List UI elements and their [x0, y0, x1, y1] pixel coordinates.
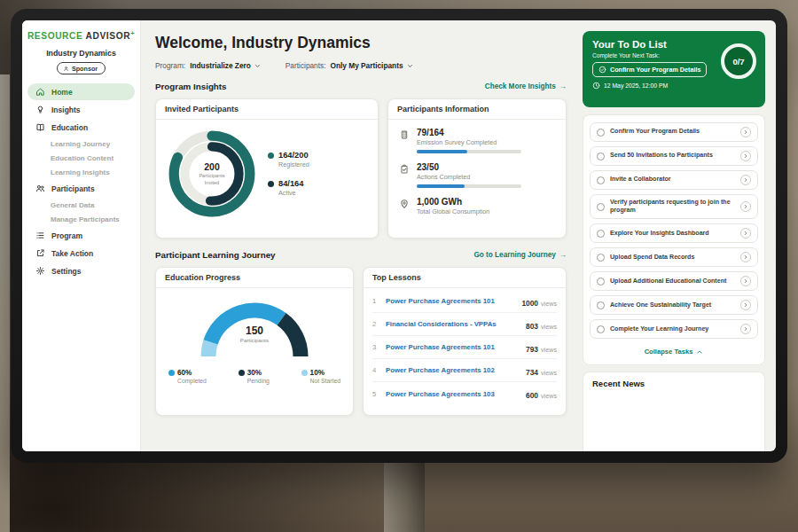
lesson-views: 1000 — [521, 299, 538, 308]
insights-cards-row: Invited Participants 200 — [155, 98, 567, 239]
task-label: Achieve One Sustainability Target — [610, 301, 735, 309]
todo-due-label: 12 May 2025, 12:00 PM — [604, 82, 668, 89]
lesson-views-label: views — [541, 323, 557, 331]
legend-dot — [268, 153, 274, 159]
task-row[interactable]: Invite a Collaborator — [590, 170, 758, 190]
participants-dropdown[interactable]: Only My Participants — [330, 61, 412, 70]
section-title: Participant Learning Journey — [155, 250, 276, 260]
task-row[interactable]: Send 50 Invitations to Participants — [590, 146, 758, 166]
lesson-views: 803 — [526, 322, 538, 331]
sidebar-item-settings[interactable]: Settings — [27, 262, 135, 279]
go-to-learning-journey-link[interactable]: Go to Learning Journey → — [473, 251, 567, 259]
chevron-right-icon[interactable] — [740, 276, 751, 286]
sidebar-nav: Home Insights Education Learning Journey… — [22, 82, 140, 280]
chevron-right-icon[interactable] — [740, 151, 751, 161]
home-icon — [35, 87, 45, 97]
program-filter-label: Program: — [155, 61, 185, 70]
legend-item-pending: 30% Pending — [239, 369, 270, 384]
lesson-link[interactable]: Financial Considerations - VPPAs — [386, 320, 520, 328]
chevron-right-icon[interactable] — [740, 175, 751, 185]
sidebar-item-education-content[interactable]: Education Content — [22, 151, 140, 165]
task-row[interactable]: Verify participants requesting to join t… — [590, 194, 758, 219]
todo-tasks-card: Confirm Your Program Details Send 50 Inv… — [583, 114, 765, 365]
link-label: Go to Learning Journey — [473, 251, 555, 259]
sidebar-item-label: Program — [51, 231, 82, 240]
clock-icon — [592, 82, 600, 90]
learning-journey-header: Participant Learning Journey Go to Learn… — [155, 250, 567, 260]
task-checkbox[interactable] — [597, 129, 605, 137]
stat-emission-survey: 79/164 Emission Survey Completed — [399, 128, 555, 153]
task-checkbox[interactable] — [597, 301, 605, 309]
todo-next-task-label: Confirm Your Program Details — [610, 66, 700, 74]
sidebar-item-home[interactable]: Home — [27, 83, 135, 100]
lesson-rank: 3 — [372, 343, 379, 351]
sponsor-badge[interactable]: Sponsor — [57, 62, 106, 74]
check-more-insights-link[interactable]: Check More Insights → — [485, 82, 567, 90]
participants-information-card: Participants Information 79/164 Emission… — [387, 98, 567, 239]
sidebar-item-take-action[interactable]: Take Action — [27, 245, 135, 262]
lesson-link[interactable]: Power Purchase Agreements 101 — [386, 343, 520, 351]
task-checkbox[interactable] — [597, 254, 605, 262]
lesson-link[interactable]: Power Purchase Agreements 103 — [386, 390, 520, 398]
lesson-views-label: views — [541, 369, 557, 377]
lesson-row: 1 Power Purchase Agreements 101 1000view… — [372, 290, 557, 313]
top-lessons-card: Top Lessons 1 Power Purchase Agreements … — [363, 267, 567, 416]
task-row[interactable]: Confirm Your Program Details — [590, 122, 758, 142]
sidebar-item-insights[interactable]: Insights — [27, 101, 135, 118]
task-checkbox[interactable] — [597, 325, 605, 333]
app-screen: RESOURCE ADVISOR+ Industry Dynamics Spon… — [22, 20, 776, 451]
lightbulb-icon — [35, 105, 45, 114]
sidebar-item-program[interactable]: Program — [27, 227, 135, 244]
legend-label: Not Started — [310, 378, 340, 384]
task-checkbox[interactable] — [597, 230, 605, 238]
sidebar-item-education[interactable]: Education — [27, 119, 135, 136]
sidebar-item-manage-participants[interactable]: Manage Participants — [22, 212, 140, 226]
chevron-right-icon[interactable] — [740, 324, 751, 334]
todo-next-task[interactable]: Confirm Your Program Details — [592, 62, 707, 77]
sidebar-item-label: Insights — [51, 106, 81, 114]
stat-value: 1,000 GWh — [417, 197, 489, 207]
task-row[interactable]: Achieve One Sustainability Target — [590, 295, 758, 315]
lesson-row: 4 Power Purchase Agreements 102 734views — [372, 359, 557, 382]
task-row[interactable]: Complete Your Learning Journey — [590, 319, 758, 339]
sidebar-item-participants[interactable]: Participants — [27, 180, 135, 197]
task-checkbox[interactable] — [597, 153, 605, 160]
chevron-right-icon[interactable] — [740, 252, 751, 262]
check-circle-icon — [598, 66, 606, 74]
desk-background: RESOURCE ADVISOR+ Industry Dynamics Spon… — [0, 0, 798, 532]
clipboard-check-icon — [399, 164, 410, 175]
sidebar-item-learning-insights[interactable]: Learning Insights — [22, 165, 140, 179]
task-checkbox[interactable] — [597, 176, 605, 184]
sidebar-item-general-data[interactable]: General Data — [22, 198, 140, 212]
lesson-rank: 4 — [372, 366, 379, 374]
learning-cards-row: Education Progress 150 Participants — [155, 267, 567, 416]
chevron-right-icon[interactable] — [740, 228, 751, 239]
app-logo: RESOURCE ADVISOR+ — [22, 29, 140, 41]
lesson-link[interactable]: Power Purchase Agreements 101 — [386, 297, 515, 305]
task-label: Upload Spend Data Records — [610, 254, 735, 262]
task-checkbox[interactable] — [597, 278, 605, 286]
task-row[interactable]: Explore Your Insights Dashboard — [590, 223, 758, 243]
collapse-tasks-label: Collapse Tasks — [645, 348, 693, 356]
collapse-tasks-button[interactable]: Collapse Tasks — [590, 343, 758, 362]
participants-filter-label: Participants: — [286, 61, 326, 70]
task-row[interactable]: Upload Spend Data Records — [590, 247, 758, 267]
program-dropdown-value: Industrialize Zero — [190, 61, 251, 70]
lesson-views: 734 — [526, 368, 538, 377]
task-label: Upload Additional Educational Content — [610, 278, 735, 286]
lesson-link[interactable]: Power Purchase Agreements 102 — [386, 366, 520, 374]
participants-donut-chart: 200 Participants Invited — [165, 127, 259, 221]
chevron-right-icon[interactable] — [740, 201, 751, 212]
legend-item-registered: 164/200 Registered — [268, 151, 309, 168]
chevron-right-icon[interactable] — [740, 300, 751, 310]
legend-dot — [301, 370, 308, 376]
recent-news-card: Recent News — [583, 372, 765, 451]
task-checkbox[interactable] — [597, 203, 605, 211]
program-dropdown[interactable]: Industrialize Zero — [190, 61, 261, 70]
task-row[interactable]: Upload Additional Educational Content — [590, 271, 758, 291]
sponsor-badge-label: Sponsor — [72, 65, 98, 73]
sidebar-item-learning-journey[interactable]: Learning Journey — [22, 137, 140, 151]
invited-participants-card: Invited Participants 200 — [155, 98, 379, 239]
lesson-row: 5 Power Purchase Agreements 103 600views — [372, 382, 557, 405]
chevron-right-icon[interactable] — [740, 127, 751, 137]
